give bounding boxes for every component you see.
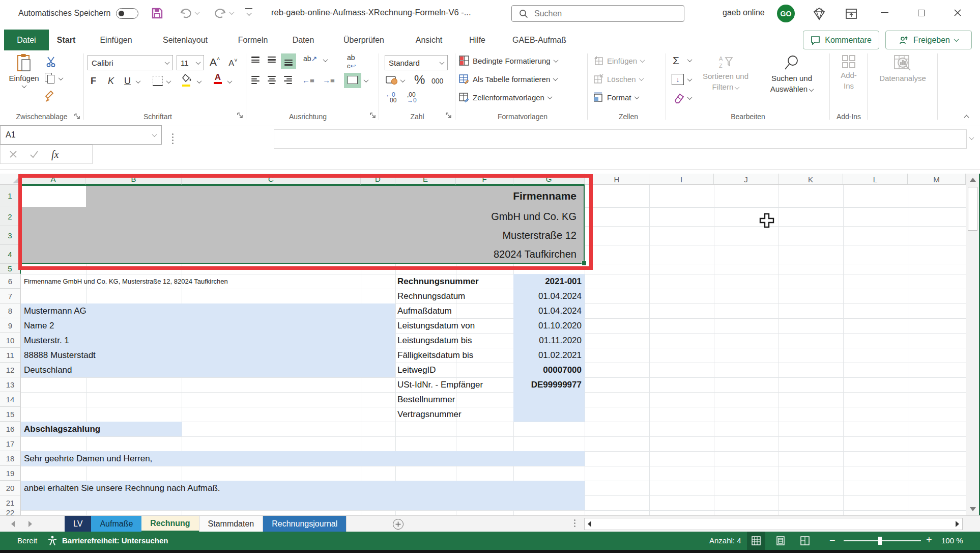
align-bottom-icon[interactable] (281, 53, 296, 69)
cell-field-value-3[interactable]: 01.04.2024 (513, 303, 582, 318)
add-ins-button[interactable]: Add- Ins (833, 54, 864, 90)
sheet-tab-lv[interactable]: LV (65, 516, 91, 532)
cell-field-label-8[interactable]: USt-IdNr. - Empfänger (397, 377, 511, 392)
column-header-L[interactable]: L (843, 174, 908, 185)
cell-field-label-4[interactable]: Leistungsdatum von (397, 318, 511, 333)
formula-input[interactable] (274, 129, 967, 149)
align-top-icon[interactable] (251, 57, 260, 63)
cell-field-value-6[interactable]: 01.02.2021 (513, 348, 582, 363)
undo-dropdown-icon[interactable] (195, 10, 200, 15)
borders-dropdown-icon[interactable] (166, 78, 171, 84)
grow-font-button[interactable]: A˄ (210, 56, 220, 68)
autosave-toggle[interactable] (116, 8, 138, 19)
align-right-icon[interactable] (284, 76, 292, 84)
cell-recipient-2[interactable]: Name 2 (24, 318, 329, 333)
tab-hilfe[interactable]: Hilfe (462, 30, 493, 50)
tab-ueberpruefen[interactable]: Überprüfen (332, 30, 396, 50)
sheet-tab-stammdaten[interactable]: Stammdaten (199, 516, 264, 532)
cell-recipient-4[interactable]: 88888 Musterstadt (24, 348, 329, 363)
row-header-14[interactable]: 14 (0, 392, 21, 407)
row-header-19[interactable]: 19 (0, 466, 21, 481)
comma-style-button[interactable]: 000 (431, 77, 443, 85)
scroll-down-icon[interactable] (970, 507, 976, 511)
fill-color-dropdown-icon[interactable] (197, 78, 202, 84)
cell-field-value-7[interactable]: 00007000 (513, 363, 582, 377)
decrease-decimal-button[interactable]: ,00→0 (407, 92, 417, 103)
cell-greeting[interactable]: Sehr geehrte Damen und Herren, (24, 451, 431, 466)
row-header-3[interactable]: 3 (0, 226, 21, 245)
view-page-break-button[interactable] (796, 532, 814, 550)
zoom-slider-track[interactable] (844, 540, 921, 541)
row-header-7[interactable]: 7 (0, 289, 21, 303)
collapse-ribbon-icon[interactable] (964, 115, 969, 120)
paste-button[interactable]: Einfügen (7, 53, 41, 88)
scroll-left-icon[interactable] (588, 521, 591, 527)
cell-field-label-10[interactable]: Vertragsnummer (397, 407, 511, 422)
cell-field-label-5[interactable]: Leistungsdatum bis (397, 333, 511, 348)
cell-field-value-1[interactable]: 2021-001 (513, 274, 582, 289)
row-header-18[interactable]: 18 (0, 451, 21, 466)
diamond-icon[interactable] (812, 7, 826, 21)
increase-decimal-button[interactable]: ←000 (386, 92, 396, 103)
sheet-tab-aufmasse[interactable]: Aufmaße (91, 516, 141, 532)
cell-field-label-9[interactable]: Bestellnummer (397, 392, 511, 407)
row-header-13[interactable]: 13 (0, 377, 21, 392)
insert-cells-button[interactable]: Einfügen (593, 56, 644, 66)
autosum-dropdown-icon[interactable] (687, 57, 693, 62)
merge-center-icon[interactable] (344, 73, 361, 88)
row-header-4[interactable]: 4 (0, 245, 21, 264)
shrink-font-button[interactable]: A˅ (228, 57, 238, 69)
cell-field-label-3[interactable]: Aufmaßdatum (397, 303, 511, 318)
sort-filter-button[interactable]: A Z Sortieren und Filtern (695, 54, 756, 91)
underline-dropdown-icon[interactable] (136, 78, 141, 84)
conditional-formatting-button[interactable]: Bedingte Formatierung (459, 56, 558, 66)
font-color-dropdown-icon[interactable] (227, 78, 233, 84)
qat-customize-chevron-icon[interactable] (247, 11, 252, 16)
copy-dropdown-icon[interactable] (59, 75, 64, 80)
borders-button[interactable] (153, 76, 163, 86)
ribbon-display-options-icon[interactable] (845, 7, 858, 20)
share-button[interactable]: Freigeben (885, 31, 972, 49)
accessibility-status[interactable]: Barrierefreiheit: Untersuchen (62, 536, 168, 545)
number-format-select[interactable]: Standard (385, 55, 448, 70)
row-header-8[interactable]: 8 (0, 303, 21, 318)
wrap-text-icon[interactable]: abc↩ (347, 53, 356, 70)
orientation-button[interactable]: ab↗ (303, 54, 317, 63)
redo-icon[interactable] (214, 7, 227, 20)
underline-button[interactable]: U (124, 76, 131, 87)
cell-payment-title[interactable]: Abschlagszahlung (24, 422, 227, 436)
number-dialog-launcher-icon[interactable] (446, 113, 452, 119)
cell-styles-button[interactable]: Zellenformatvorlagen (459, 92, 552, 102)
name-box[interactable]: A1 (0, 125, 162, 145)
redo-dropdown-icon[interactable] (229, 10, 235, 15)
row-header-15[interactable]: 15 (0, 407, 21, 422)
column-header-H[interactable]: H (585, 174, 649, 185)
save-icon[interactable] (151, 7, 164, 20)
tab-datei[interactable]: Datei (4, 30, 49, 50)
vertical-scrollbar[interactable] (966, 174, 979, 515)
view-normal-button[interactable] (747, 532, 765, 550)
zoom-out-button[interactable]: − (829, 535, 835, 546)
merge-center-dropdown-icon[interactable] (364, 77, 369, 82)
sheet-nav-prev-icon[interactable] (11, 521, 15, 527)
search-input[interactable]: Suchen (511, 5, 684, 22)
align-left-icon[interactable] (251, 76, 260, 84)
column-header-J[interactable]: J (714, 174, 779, 185)
close-button[interactable] (944, 0, 971, 25)
horizontal-scrollbar[interactable] (584, 518, 963, 530)
sheet-nav-next-icon[interactable] (28, 521, 32, 527)
comments-button[interactable]: Kommentare (803, 31, 879, 49)
minimize-button[interactable] (871, 0, 898, 25)
column-header-I[interactable]: I (649, 174, 714, 185)
column-header-K[interactable]: K (779, 174, 843, 185)
format-cells-button[interactable]: Format (593, 92, 639, 102)
font-name-select[interactable]: Calibri (88, 55, 173, 70)
row-header-9[interactable]: 9 (0, 318, 21, 333)
fill-down-icon[interactable]: ↓ (672, 74, 684, 85)
font-color-button[interactable]: A (214, 73, 222, 84)
tab-daten[interactable]: Daten (286, 30, 321, 50)
cell-sender-line[interactable]: Firmenname GmbH und Co. KG, Musterstraße… (24, 274, 380, 289)
row-header-6[interactable]: 6 (0, 274, 21, 289)
view-page-layout-button[interactable] (771, 532, 790, 550)
row-header-12[interactable]: 12 (0, 363, 21, 377)
